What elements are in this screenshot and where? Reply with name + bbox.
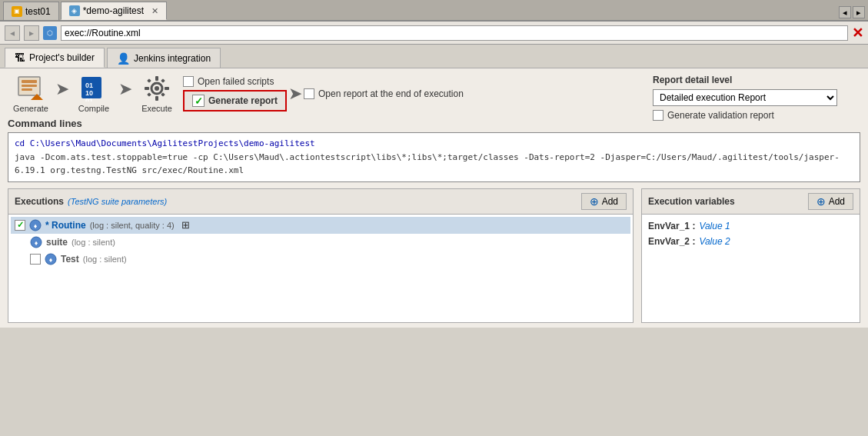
variables-header: Execution variables ⊕ Add bbox=[642, 189, 860, 215]
command-lines-section: Command lines cd C:\Users\Maud\Documents… bbox=[8, 118, 860, 182]
url-icon: ⬡ bbox=[43, 26, 57, 40]
svg-text:01: 01 bbox=[85, 97, 93, 102]
open-at-end-checkbox[interactable] bbox=[304, 88, 314, 99]
main-tabs: 🏗 Project's builder 👤 Jenkins integratio… bbox=[0, 45, 868, 68]
arrow-1-icon: ➤ bbox=[54, 79, 71, 99]
test-checkbox[interactable] bbox=[30, 254, 41, 265]
var-item-2: EnvVar_2 : Value 2 bbox=[648, 236, 853, 247]
jenkins-icon: 👤 bbox=[117, 52, 130, 65]
svg-text:10: 10 bbox=[85, 89, 93, 97]
tab-active-label: *demo-agilitest bbox=[83, 5, 144, 16]
svg-rect-13 bbox=[145, 87, 149, 90]
tab-active-icon: ◈ bbox=[69, 5, 80, 16]
projects-builder-icon: 🏗 bbox=[15, 52, 25, 64]
validation-report-row: Generate validation report bbox=[653, 110, 860, 121]
validation-checkbox[interactable] bbox=[653, 110, 663, 121]
execute-icon bbox=[141, 75, 172, 102]
generate-report-check-icon: ✓ bbox=[192, 95, 205, 107]
svg-point-10 bbox=[155, 86, 159, 91]
executions-subtitle: (TestNG suite parameters) bbox=[68, 197, 167, 206]
projects-builder-label: Project's builder bbox=[29, 52, 95, 63]
compile-icon: 01 10 01 bbox=[79, 75, 108, 102]
svg-rect-14 bbox=[165, 87, 169, 90]
forward-button[interactable]: ▸ bbox=[24, 25, 39, 41]
svg-rect-11 bbox=[155, 76, 158, 81]
var-1-value: Value 1 bbox=[699, 221, 730, 231]
suite-name: suite bbox=[46, 237, 68, 248]
generate-report-col: Open failed scripts ✓ Generate report bbox=[183, 76, 287, 111]
tab-demo-agilitest[interactable]: ◈ *demo-agilitest ✕ bbox=[61, 2, 167, 20]
routine-checkbox[interactable]: ✓ bbox=[15, 220, 25, 231]
back-button[interactable]: ◂ bbox=[5, 25, 20, 41]
generate-step: Generate bbox=[8, 75, 54, 113]
generate-report-label: Generate report bbox=[208, 95, 278, 106]
jenkins-label: Jenkins integration bbox=[134, 53, 211, 64]
report-detail-select-row: Detailed execution Report Summary Report… bbox=[653, 89, 860, 106]
variables-panel: Execution variables ⊕ Add EnvVar_1 : Val… bbox=[641, 188, 860, 323]
svg-rect-16 bbox=[161, 78, 165, 83]
cmd-line-1: cd C:\Users\Maud\Documents\AgilitestProj… bbox=[15, 137, 853, 151]
tab-nav-right-icon[interactable]: ▸ bbox=[853, 6, 865, 18]
open-failed-label: Open failed scripts bbox=[198, 76, 274, 87]
executions-header: Executions (TestNG suite parameters) ⊕ A… bbox=[8, 189, 633, 215]
workflow-row: Generate ➤ 01 10 01 Compile ➤ bbox=[8, 75, 860, 113]
tab-close-icon[interactable]: ✕ bbox=[151, 6, 158, 16]
execution-item-routine[interactable]: ✓ ♦ * Routine (log : silent, quality : 4… bbox=[11, 217, 630, 234]
execution-list: ✓ ♦ * Routine (log : silent, quality : 4… bbox=[8, 215, 633, 270]
tab-test01-label: test01 bbox=[25, 6, 51, 17]
executions-title-group: Executions (TestNG suite parameters) bbox=[15, 196, 167, 207]
svg-rect-15 bbox=[147, 78, 151, 83]
test-params: (log : silent) bbox=[83, 255, 127, 264]
arrow-3-icon: ➤ bbox=[287, 84, 304, 104]
bottom-panels: Executions (TestNG suite parameters) ⊕ A… bbox=[8, 188, 860, 323]
svg-text:01: 01 bbox=[85, 82, 93, 89]
open-failed-scripts-row: Open failed scripts bbox=[183, 76, 274, 87]
generate-icon bbox=[15, 75, 46, 102]
open-failed-checkbox[interactable] bbox=[183, 76, 194, 87]
execute-label: Execute bbox=[141, 104, 172, 113]
svg-text:♦: ♦ bbox=[35, 239, 38, 247]
svg-rect-2 bbox=[22, 85, 37, 87]
var-1-name: EnvVar_1 : bbox=[648, 221, 695, 231]
variables-title: Execution variables bbox=[648, 196, 735, 207]
test-icon: ♦ bbox=[45, 253, 57, 265]
tab-nav-left-icon[interactable]: ◂ bbox=[839, 6, 851, 18]
address-bar: ◂ ▸ ⬡ ✕ bbox=[0, 22, 868, 45]
tab-test01[interactable]: ▣ test01 bbox=[3, 2, 59, 20]
routine-suite-icon: ♦ bbox=[29, 219, 42, 231]
report-detail-dropdown[interactable]: Detailed execution Report Summary Report… bbox=[653, 89, 837, 106]
generate-svg-icon bbox=[17, 75, 45, 102]
svg-text:♦: ♦ bbox=[34, 222, 38, 230]
tab-projects-builder[interactable]: 🏗 Project's builder bbox=[5, 48, 105, 68]
svg-rect-12 bbox=[155, 96, 158, 101]
cmd-line-2: java -Dcom.ats.test.stoppable=true -cp C… bbox=[15, 151, 853, 178]
executions-panel: Executions (TestNG suite parameters) ⊕ A… bbox=[8, 188, 634, 323]
execute-svg-icon bbox=[143, 75, 171, 102]
variables-add-button[interactable]: ⊕ Add bbox=[808, 193, 853, 210]
main-content: Generate ➤ 01 10 01 Compile ➤ bbox=[0, 68, 868, 328]
routine-table-icon: ⊞ bbox=[181, 219, 190, 231]
close-window-icon[interactable]: ✕ bbox=[852, 25, 863, 42]
tab-jenkins-integration[interactable]: 👤 Jenkins integration bbox=[107, 48, 221, 68]
variable-list: EnvVar_1 : Value 1 EnvVar_2 : Value 2 bbox=[642, 215, 860, 253]
url-input[interactable] bbox=[61, 25, 848, 41]
svg-rect-18 bbox=[161, 92, 165, 97]
execution-item-suite[interactable]: ♦ suite (log : silent) bbox=[11, 234, 630, 251]
report-detail-label: Report detail level bbox=[653, 75, 860, 85]
routine-params: (log : silent, quality : 4) bbox=[90, 221, 175, 230]
suite-icon: ♦ bbox=[30, 236, 42, 248]
compile-label: Compile bbox=[78, 104, 109, 113]
open-at-end-row: Open report at the end of execution bbox=[304, 88, 464, 99]
var-2-value: Value 2 bbox=[699, 236, 730, 247]
executions-title: Executions bbox=[15, 196, 64, 207]
execute-step: Execute bbox=[134, 75, 180, 113]
executions-add-icon: ⊕ bbox=[590, 195, 599, 208]
executions-add-button[interactable]: ⊕ Add bbox=[581, 193, 627, 210]
generate-report-button[interactable]: ✓ Generate report bbox=[183, 90, 287, 111]
svg-rect-1 bbox=[22, 80, 37, 83]
execution-item-test[interactable]: ♦ Test (log : silent) bbox=[11, 251, 630, 268]
var-2-name: EnvVar_2 : bbox=[648, 236, 695, 247]
test-name: Test bbox=[61, 254, 79, 265]
svg-rect-3 bbox=[22, 88, 32, 91]
routine-name: * Routine bbox=[45, 220, 86, 231]
